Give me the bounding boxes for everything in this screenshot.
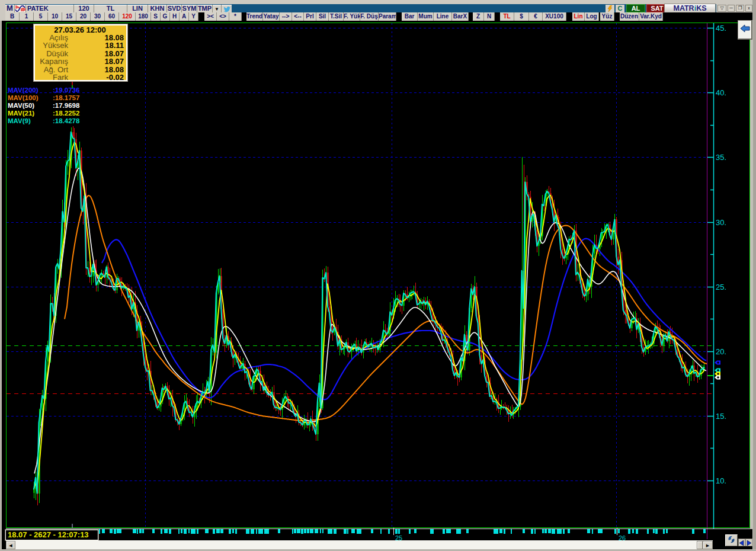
svg-text:40.: 40.	[716, 88, 726, 97]
svg-text:30.: 30.	[716, 218, 726, 227]
svg-text:20.: 20.	[716, 347, 726, 356]
svg-text:45.: 45.	[716, 24, 726, 33]
svg-text:25.: 25.	[716, 283, 726, 291]
svg-text:15.: 15.	[716, 412, 726, 421]
svg-text:35.: 35.	[716, 153, 726, 162]
svg-text:10.: 10.	[716, 476, 726, 485]
